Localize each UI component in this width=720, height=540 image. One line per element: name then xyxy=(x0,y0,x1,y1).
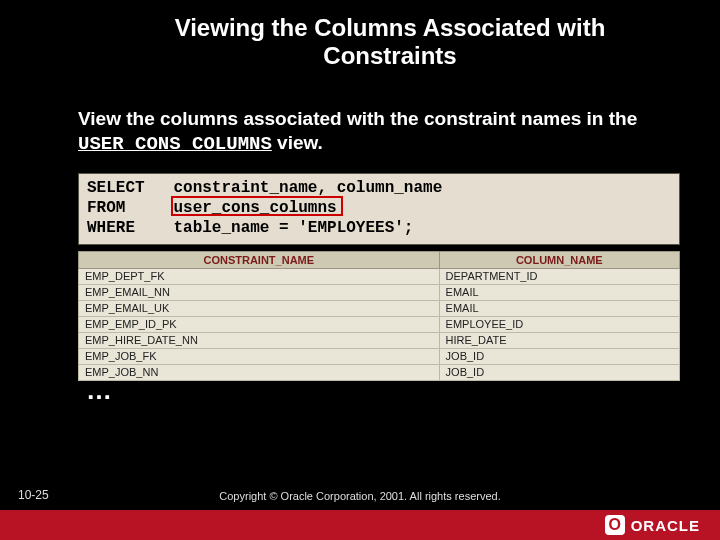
slide-title: Viewing the Columns Associated with Cons… xyxy=(0,0,720,79)
col-header-constraint: CONSTRAINT_NAME xyxy=(79,251,440,268)
oracle-logo-icon: O xyxy=(605,515,625,535)
footer: 10-25 Copyright © Oracle Corporation, 20… xyxy=(0,480,720,540)
sql-select-cols: constraint_name, column_name xyxy=(173,179,442,197)
ellipsis: … xyxy=(86,383,720,399)
slide: Viewing the Columns Associated with Cons… xyxy=(0,0,720,540)
cell: EMP_JOB_FK xyxy=(79,348,440,364)
slide-subtitle: View the columns associated with the con… xyxy=(0,79,720,169)
oracle-logo-text: ORACLE xyxy=(631,517,700,534)
sql-select-kw: SELECT xyxy=(87,179,145,197)
cell: JOB_ID xyxy=(439,364,679,380)
cell: EMPLOYEE_ID xyxy=(439,316,679,332)
cell: EMP_EMP_ID_PK xyxy=(79,316,440,332)
subtitle-suffix: view. xyxy=(272,132,323,153)
cell: EMAIL xyxy=(439,300,679,316)
table-row: EMP_EMP_ID_PKEMPLOYEE_ID xyxy=(79,316,680,332)
table-row: EMP_JOB_FKJOB_ID xyxy=(79,348,680,364)
cell: EMP_DEPT_FK xyxy=(79,268,440,284)
sql-from-kw: FROM xyxy=(87,199,125,217)
cell: DEPARTMENT_ID xyxy=(439,268,679,284)
results-table: CONSTRAINT_NAME COLUMN_NAME EMP_DEPT_FKD… xyxy=(78,251,680,381)
cell: EMP_EMAIL_UK xyxy=(79,300,440,316)
table-row: EMP_JOB_NNJOB_ID xyxy=(79,364,680,380)
oracle-logo: O ORACLE xyxy=(605,513,700,537)
copyright: Copyright © Oracle Corporation, 2001. Al… xyxy=(0,490,720,502)
cell: EMP_JOB_NN xyxy=(79,364,440,380)
cell: EMP_EMAIL_NN xyxy=(79,284,440,300)
sql-where-kw: WHERE xyxy=(87,219,135,237)
table-row: EMP_HIRE_DATE_NNHIRE_DATE xyxy=(79,332,680,348)
cell: EMAIL xyxy=(439,284,679,300)
sql-code-block: SELECT constraint_name, column_name FROM… xyxy=(78,173,680,245)
subtitle-view-name: USER_CONS_COLUMNS xyxy=(78,133,272,155)
table-header-row: CONSTRAINT_NAME COLUMN_NAME xyxy=(79,251,680,268)
cell: EMP_HIRE_DATE_NN xyxy=(79,332,440,348)
subtitle-prefix: View the columns associated with the con… xyxy=(78,108,637,129)
table-row: EMP_EMAIL_UKEMAIL xyxy=(79,300,680,316)
table-row: EMP_DEPT_FKDEPARTMENT_ID xyxy=(79,268,680,284)
title-line-1: Viewing the Columns Associated with xyxy=(175,14,606,41)
title-line-2: Constraints xyxy=(323,42,456,69)
sql-where-cond: table_name = 'EMPLOYEES'; xyxy=(173,219,413,237)
col-header-column: COLUMN_NAME xyxy=(439,251,679,268)
table-row: EMP_EMAIL_NNEMAIL xyxy=(79,284,680,300)
sql-from-table: user_cons_columns xyxy=(173,199,336,217)
cell: HIRE_DATE xyxy=(439,332,679,348)
cell: JOB_ID xyxy=(439,348,679,364)
